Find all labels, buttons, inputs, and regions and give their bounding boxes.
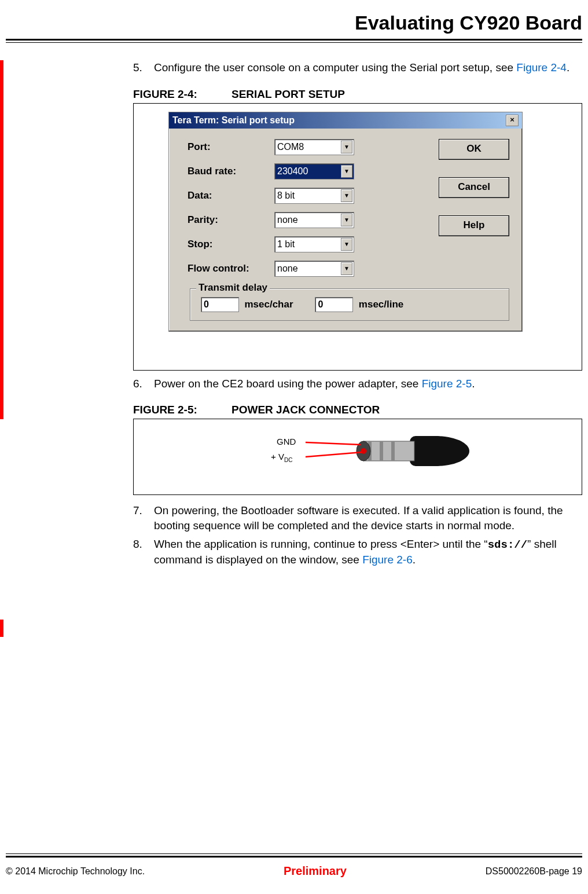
step-text: On powering, the Bootloader software is … — [154, 503, 582, 533]
svg-rect-1 — [410, 436, 443, 466]
baud-label: Baud rate: — [188, 166, 274, 177]
msec-line-input[interactable]: 0 — [315, 297, 353, 312]
serial-port-dialog: Tera Term: Serial port setup × Port: COM… — [168, 112, 523, 332]
msec-char-unit: msec/char — [244, 299, 293, 310]
svg-rect-5 — [391, 441, 395, 461]
data-label: Data: — [188, 190, 274, 201]
figure-caption-2-4: FIGURE 2-4:SERIAL PORT SETUP — [133, 88, 582, 101]
step-text: . — [472, 378, 475, 390]
svg-rect-4 — [380, 441, 383, 461]
figure-2-4: Tera Term: Serial port setup × Port: COM… — [133, 103, 582, 371]
step-text: . — [567, 61, 569, 74]
step-8: 8. When the application is running, cont… — [133, 537, 582, 567]
svg-point-7 — [361, 448, 366, 454]
figure-2-5: GND + VDC — [133, 419, 582, 495]
msec-line-unit: msec/line — [359, 299, 404, 310]
step-7: 7. On powering, the Bootloader software … — [133, 503, 582, 533]
vdc-label: + VDC — [271, 452, 292, 463]
figure-link-2-6[interactable]: Figure 2-6 — [362, 554, 413, 566]
parity-label: Parity: — [188, 214, 274, 226]
step-5: 5. Configure the user console on a compu… — [133, 60, 582, 75]
chevron-down-icon: ▼ — [341, 165, 352, 178]
chevron-down-icon: ▼ — [341, 214, 352, 226]
step-text: When the application is running, continu… — [154, 538, 488, 550]
step-number: 5. — [133, 60, 154, 75]
fieldset-legend: Transmit delay — [196, 282, 270, 294]
stop-label: Stop: — [188, 239, 274, 250]
transmit-delay-fieldset: Transmit delay 0 msec/char 0 msec/line — [190, 288, 509, 321]
svg-line-8 — [306, 442, 361, 445]
step-text: . — [413, 554, 416, 566]
footer-rule — [6, 853, 582, 858]
parity-select[interactable]: none▼ — [274, 212, 354, 228]
footer-page-number: DS50002260B-page 19 — [486, 866, 582, 877]
step-number: 8. — [133, 537, 154, 567]
cancel-button[interactable]: Cancel — [439, 177, 509, 198]
shell-command-code: sds:// — [488, 538, 527, 551]
step-text: Configure the user console on a computer… — [154, 61, 516, 74]
header-rule — [6, 39, 582, 43]
footer-preliminary: Preliminary — [284, 864, 347, 878]
flow-select[interactable]: none▼ — [274, 261, 354, 277]
port-select[interactable]: COM8▼ — [274, 139, 354, 155]
footer-copyright: © 2014 Microchip Technology Inc. — [6, 866, 145, 877]
gnd-label: GND — [277, 437, 296, 446]
change-bar — [0, 60, 3, 419]
chevron-down-icon: ▼ — [341, 238, 352, 251]
svg-line-9 — [306, 452, 362, 457]
figure-caption-2-5: FIGURE 2-5:POWER JACK CONNECTOR — [133, 404, 582, 416]
chevron-down-icon: ▼ — [341, 189, 352, 202]
data-select[interactable]: 8 bit▼ — [274, 188, 354, 204]
dialog-titlebar: Tera Term: Serial port setup × — [169, 112, 522, 129]
change-bar — [0, 620, 3, 637]
close-icon[interactable]: × — [506, 115, 519, 126]
step-text: Power on the CE2 board using the power a… — [154, 378, 422, 390]
msec-char-input[interactable]: 0 — [201, 297, 239, 312]
port-label: Port: — [188, 141, 274, 153]
dialog-title: Tera Term: Serial port setup — [172, 115, 295, 126]
figure-link-2-5[interactable]: Figure 2-5 — [422, 378, 472, 390]
chevron-down-icon: ▼ — [341, 141, 352, 153]
step-number: 7. — [133, 503, 154, 533]
help-button[interactable]: Help — [439, 215, 509, 236]
page-title: Evaluating CY920 Board — [0, 12, 588, 34]
power-jack-illustration: GND + VDC — [236, 425, 479, 489]
step-6: 6. Power on the CE2 board using the powe… — [133, 376, 582, 391]
ok-button[interactable]: OK — [439, 139, 509, 160]
stop-select[interactable]: 1 bit▼ — [274, 236, 354, 252]
figure-link-2-4[interactable]: Figure 2-4 — [516, 61, 567, 74]
page-footer: © 2014 Microchip Technology Inc. Prelimi… — [6, 853, 582, 878]
step-number: 6. — [133, 376, 154, 391]
chevron-down-icon: ▼ — [341, 262, 352, 275]
baud-select[interactable]: 230400▼ — [274, 163, 354, 179]
flow-label: Flow control: — [188, 263, 274, 274]
